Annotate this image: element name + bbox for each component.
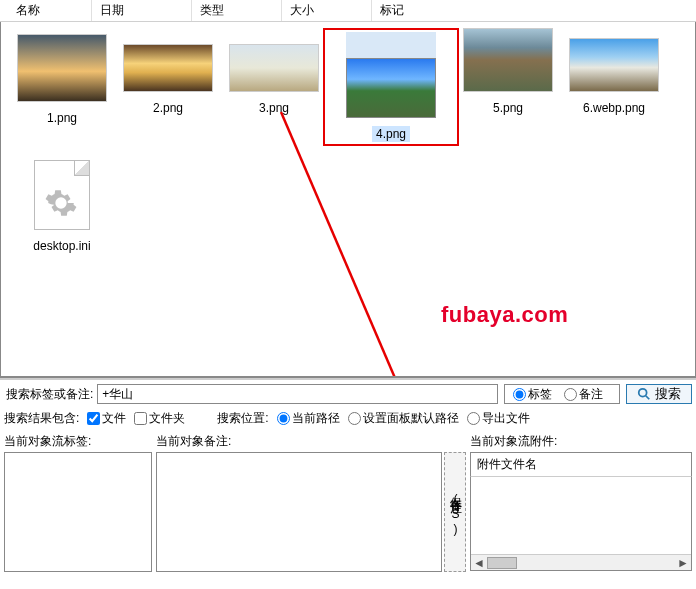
search-button[interactable]: 搜索 [626, 384, 692, 404]
file-item[interactable]: desktop.ini [9, 160, 115, 254]
col-date[interactable]: 日期 [92, 0, 192, 21]
thumbnail-icon [569, 38, 659, 92]
scroll-left-icon[interactable]: ◄ [471, 555, 487, 571]
radio-default-path[interactable]: 设置面板默认路径 [348, 410, 459, 427]
thumbnail-icon [229, 44, 319, 92]
bottom-panel: 搜索标签或备注: 标签 备注 搜索 搜索结果包含: 文件 文件夹 搜索位置: 当… [0, 377, 696, 572]
chk-folder[interactable]: 文件夹 [134, 410, 185, 427]
col-tag[interactable]: 标记 [372, 0, 452, 21]
file-item[interactable]: 6.webp.png [561, 32, 667, 142]
location-label: 搜索位置: [217, 410, 268, 427]
file-name: 5.png [489, 100, 527, 116]
watermark-text: fubaya.com [441, 302, 568, 328]
file-name: 3.png [255, 100, 293, 116]
radio-tag[interactable]: 标签 [513, 386, 552, 403]
file-item[interactable]: 2.png [115, 32, 221, 142]
save-note-button[interactable]: 保存备注(S) [444, 452, 466, 572]
thumbnail-icon [463, 28, 553, 92]
result-label: 搜索结果包含: [4, 410, 79, 427]
scroll-right-icon[interactable]: ► [675, 555, 691, 571]
notes-title: 当前对象备注: [156, 431, 466, 452]
radio-export[interactable]: 导出文件 [467, 410, 530, 427]
attach-title: 当前对象流附件: [470, 431, 692, 452]
tags-box[interactable] [4, 452, 152, 572]
search-input[interactable] [97, 384, 498, 404]
file-name: desktop.ini [29, 238, 94, 254]
file-item[interactable]: 5.png [455, 32, 561, 142]
svg-point-1 [639, 389, 647, 397]
file-name: 2.png [149, 100, 187, 116]
col-type[interactable]: 类型 [192, 0, 282, 21]
radio-note[interactable]: 备注 [564, 386, 603, 403]
file-name: 1.png [43, 110, 81, 126]
attach-column-header[interactable]: 附件文件名 [470, 452, 692, 477]
tags-title: 当前对象流标签: [4, 431, 152, 452]
search-label: 搜索标签或备注: [4, 386, 95, 403]
column-headers: 名称 日期 类型 大小 标记 [0, 0, 696, 22]
chk-file[interactable]: 文件 [87, 410, 126, 427]
thumbnail-icon [17, 34, 107, 102]
col-size[interactable]: 大小 [282, 0, 372, 21]
radio-note-input[interactable] [564, 388, 577, 401]
col-name[interactable]: 名称 [8, 0, 92, 21]
file-item[interactable]: 1.png [9, 32, 115, 142]
thumbnail-icon [346, 58, 436, 118]
file-browser[interactable]: 1.png 2.png 3.png 4.png 5.png 6.webp.png [0, 22, 696, 377]
attach-list[interactable]: ◄ ► [470, 477, 692, 571]
radio-tag-input[interactable] [513, 388, 526, 401]
file-name: 4.png [372, 126, 410, 142]
svg-line-2 [646, 396, 650, 400]
file-item-selected[interactable]: 4.png [327, 32, 455, 142]
search-row: 搜索标签或备注: 标签 备注 搜索 [0, 378, 696, 408]
gear-icon [44, 186, 78, 220]
search-mode-group: 标签 备注 [504, 384, 620, 404]
notes-box[interactable] [156, 452, 442, 572]
scroll-thumb[interactable] [487, 557, 517, 569]
radio-current-path[interactable]: 当前路径 [277, 410, 340, 427]
thumbnail-icon [123, 44, 213, 92]
file-item[interactable]: 3.png [221, 32, 327, 142]
h-scrollbar[interactable]: ◄ ► [471, 554, 691, 570]
file-name: 6.webp.png [579, 100, 649, 116]
filter-row: 搜索结果包含: 文件 文件夹 搜索位置: 当前路径 设置面板默认路径 导出文件 [0, 408, 696, 431]
search-icon [637, 387, 651, 401]
info-panels: 当前对象流标签: 当前对象备注: 保存备注(S) 当前对象流附件: 附件文件名 … [0, 431, 696, 572]
